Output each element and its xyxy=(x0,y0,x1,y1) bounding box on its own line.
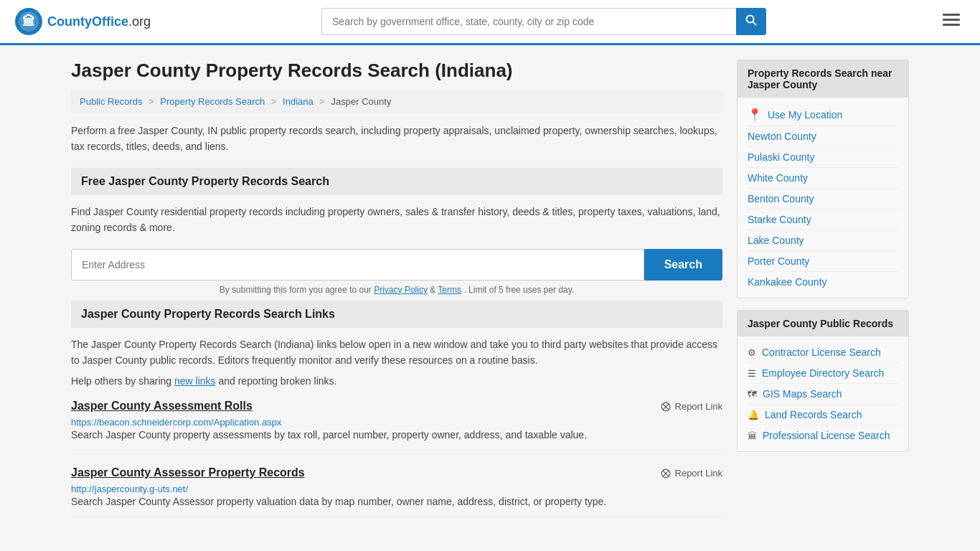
page-description: Perform a free Jasper County, IN public … xyxy=(71,123,722,155)
links-section-header: Jasper County Property Records Search Li… xyxy=(71,301,722,328)
record-link-title[interactable]: Jasper County Assessor Property Records xyxy=(71,466,305,479)
public-record-link[interactable]: ☰Employee Directory Search xyxy=(748,363,898,384)
use-my-location[interactable]: 📍 Use My Location xyxy=(748,103,898,126)
record-description: Search Jasper County Assessor property v… xyxy=(71,494,722,509)
record-link-title[interactable]: Jasper County Assessment Rolls xyxy=(71,400,253,413)
privacy-policy-link[interactable]: Privacy Policy xyxy=(374,285,428,295)
page-title: Jasper County Property Records Search (I… xyxy=(71,60,722,82)
report-icon xyxy=(661,402,671,412)
nearby-links-list: Newton CountyPulaski CountyWhite CountyB… xyxy=(748,126,898,292)
breadcrumb-indiana[interactable]: Indiana xyxy=(283,96,314,107)
sidebar: Property Records Search near Jasper Coun… xyxy=(737,60,909,463)
hamburger-menu-button[interactable] xyxy=(937,9,966,34)
record-links-list: Jasper County Assessment Rolls Report Li… xyxy=(71,400,722,517)
share-line: Help others by sharing new links and rep… xyxy=(71,375,722,387)
links-description: The Jasper County Property Records Searc… xyxy=(71,336,722,369)
nearby-county-link[interactable]: Newton County xyxy=(748,126,898,147)
header-search-button[interactable] xyxy=(736,8,766,35)
public-record-link[interactable]: 🏛Professional License Search xyxy=(748,425,898,446)
nearby-county-link[interactable]: Pulaski County xyxy=(748,147,898,168)
svg-line-4 xyxy=(753,22,757,26)
address-search-area: Search By submitting this form you agree… xyxy=(71,249,722,295)
site-header: 🏛 CountyOffice.org xyxy=(0,0,980,45)
record-link-item: Jasper County Assessor Property Records … xyxy=(71,466,722,517)
header-search-input[interactable] xyxy=(321,8,736,35)
public-record-icon: 🔔 xyxy=(748,410,759,420)
breadcrumb-public-records[interactable]: Public Records xyxy=(80,96,142,107)
public-record-icon: ⚙ xyxy=(748,347,756,358)
nearby-county-link[interactable]: Porter County xyxy=(748,251,898,272)
record-url[interactable]: https://beacon.schneidercorp.com/Applica… xyxy=(71,417,281,428)
hamburger-icon xyxy=(943,14,960,27)
address-search-button[interactable]: Search xyxy=(644,249,722,281)
report-link-button[interactable]: Report Link xyxy=(661,400,722,413)
breadcrumb: Public Records > Property Records Search… xyxy=(71,90,722,113)
svg-rect-6 xyxy=(943,19,960,21)
search-icon xyxy=(745,14,757,26)
nearby-county-link[interactable]: Starke County xyxy=(748,209,898,230)
record-link-item: Jasper County Assessment Rolls Report Li… xyxy=(71,400,722,451)
record-description: Search Jasper County property assessment… xyxy=(71,428,722,443)
main-container: Jasper County Property Records Search (I… xyxy=(60,45,920,547)
nearby-county-link[interactable]: Lake County xyxy=(748,230,898,251)
new-links-link[interactable]: new links xyxy=(174,375,216,387)
nearby-section-content: 📍 Use My Location Newton CountyPulaski C… xyxy=(738,98,908,298)
location-icon: 📍 xyxy=(748,108,762,121)
nearby-county-link[interactable]: White County xyxy=(748,168,898,189)
report-icon xyxy=(661,468,671,479)
public-record-icon: 🏛 xyxy=(748,430,757,441)
public-record-link[interactable]: 🔔Land Records Search xyxy=(748,405,898,425)
record-link-header: Jasper County Assessment Rolls Report Li… xyxy=(71,400,722,413)
public-record-link[interactable]: ⚙Contractor License Search xyxy=(748,342,898,363)
nearby-county-link[interactable]: Benton County xyxy=(748,189,898,209)
terms-link[interactable]: Terms xyxy=(438,285,461,295)
public-records-section: Jasper County Public Records ⚙Contractor… xyxy=(737,310,909,452)
logo-icon: 🏛 xyxy=(14,7,43,36)
form-note: By submitting this form you agree to our… xyxy=(71,285,722,295)
svg-text:🏛: 🏛 xyxy=(22,14,35,29)
public-records-links-list: ⚙Contractor License Search☰Employee Dire… xyxy=(748,342,898,446)
record-link-header: Jasper County Assessor Property Records … xyxy=(71,466,722,480)
public-records-section-content: ⚙Contractor License Search☰Employee Dire… xyxy=(738,336,908,451)
public-record-link[interactable]: 🗺GIS Maps Search xyxy=(748,384,898,405)
public-record-icon: 🗺 xyxy=(748,389,757,400)
public-records-section-header: Jasper County Public Records xyxy=(738,311,908,336)
report-link-button[interactable]: Report Link xyxy=(661,466,722,480)
breadcrumb-property-records-search[interactable]: Property Records Search xyxy=(160,96,265,107)
logo[interactable]: 🏛 CountyOffice.org xyxy=(14,7,151,36)
logo-text: CountyOffice.org xyxy=(47,14,151,29)
search-row: Search xyxy=(71,249,722,281)
svg-point-3 xyxy=(747,16,754,23)
svg-rect-5 xyxy=(943,14,960,16)
nearby-county-link[interactable]: Kankakee County xyxy=(748,272,898,292)
header-search-area xyxy=(321,8,766,35)
content-area: Jasper County Property Records Search (I… xyxy=(71,60,722,533)
record-url[interactable]: http://jaspercounty.g-uts.net/ xyxy=(71,484,188,494)
nearby-section: Property Records Search near Jasper Coun… xyxy=(737,60,909,298)
nearby-section-header: Property Records Search near Jasper Coun… xyxy=(738,60,908,98)
address-search-input[interactable] xyxy=(71,249,644,281)
breadcrumb-current: Jasper County xyxy=(331,96,392,107)
free-search-section-header: Free Jasper County Property Records Sear… xyxy=(71,168,722,195)
free-search-description: Find Jasper County residential property … xyxy=(71,204,722,236)
public-record-icon: ☰ xyxy=(748,368,756,379)
svg-rect-7 xyxy=(943,24,960,26)
